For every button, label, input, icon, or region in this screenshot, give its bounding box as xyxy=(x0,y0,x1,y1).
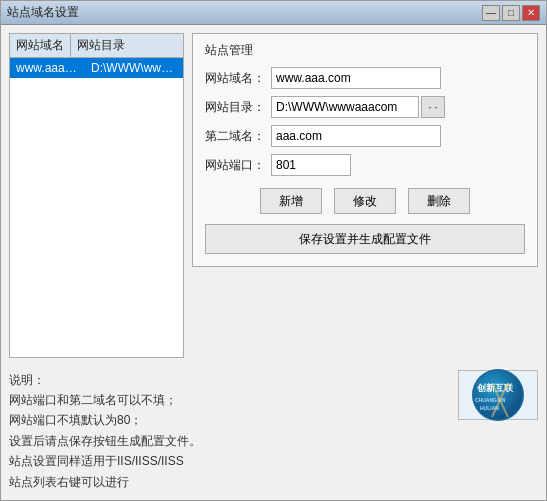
alt-domain-label: 第二域名： xyxy=(205,128,265,145)
group-label: 站点管理 xyxy=(205,42,525,59)
notes-text: 说明： 网站端口和第二域名可以不填； 网站端口不填默认为80； 设置后请点保存按… xyxy=(9,370,450,492)
maximize-button[interactable]: □ xyxy=(502,5,520,21)
site-list[interactable]: www.aaa.com D:\WWW\www... xyxy=(9,57,184,358)
list-item[interactable]: www.aaa.com D:\WWW\www... xyxy=(10,58,183,78)
content-area: 网站域名 网站目录 www.aaa.com D:\WWW\www... 站点管理… xyxy=(1,25,546,366)
notes-line-1: 网站端口不填默认为80； xyxy=(9,410,450,430)
left-panel: 网站域名 网站目录 www.aaa.com D:\WWW\www... xyxy=(9,33,184,358)
logo-area: 创新互联 CHUANGXIN HULIAN xyxy=(458,370,538,420)
logo-icon: 创新互联 CHUANGXIN HULIAN xyxy=(472,369,524,421)
dir-input-group: · · xyxy=(271,96,445,118)
port-input[interactable] xyxy=(271,154,351,176)
dir-input[interactable] xyxy=(271,96,419,118)
notes-line-3: 站点设置同样适用于IIS/IISS/IISS xyxy=(9,451,450,471)
save-button[interactable]: 保存设置并生成配置文件 xyxy=(205,224,525,254)
window-title: 站点域名设置 xyxy=(7,4,79,21)
alt-domain-input[interactable] xyxy=(271,125,441,147)
delete-button[interactable]: 删除 xyxy=(408,188,470,214)
notes-line-0: 网站端口和第二域名可以不填； xyxy=(9,390,450,410)
col-domain-header: 网站域名 xyxy=(10,34,71,57)
browse-button[interactable]: · · xyxy=(421,96,445,118)
logo-circle: 创新互联 CHUANGXIN HULIAN xyxy=(472,369,524,421)
main-window: 站点域名设置 — □ ✕ 网站域名 网站目录 www.aaa.com D:\WW… xyxy=(0,0,547,501)
domain-row: 网站域名： xyxy=(205,67,525,89)
add-button[interactable]: 新增 xyxy=(260,188,322,214)
site-management-group: 站点管理 网站域名： 网站目录： · · 第二域名： xyxy=(192,33,538,267)
alt-domain-row: 第二域名： xyxy=(205,125,525,147)
dir-label: 网站目录： xyxy=(205,99,265,116)
list-header: 网站域名 网站目录 xyxy=(9,33,184,57)
action-buttons: 新增 修改 删除 xyxy=(205,188,525,214)
port-row: 网站端口： xyxy=(205,154,525,176)
port-label: 网站端口： xyxy=(205,157,265,174)
notes-line-2: 设置后请点保存按钮生成配置文件。 xyxy=(9,431,450,451)
minimize-button[interactable]: — xyxy=(482,5,500,21)
title-bar: 站点域名设置 — □ ✕ xyxy=(1,1,546,25)
bottom-area: 说明： 网站端口和第二域名可以不填； 网站端口不填默认为80； 设置后请点保存按… xyxy=(1,366,546,500)
right-panel: 站点管理 网站域名： 网站目录： · · 第二域名： xyxy=(192,33,538,358)
domain-label: 网站域名： xyxy=(205,70,265,87)
title-buttons: — □ ✕ xyxy=(482,5,540,21)
notes-line-4: 站点列表右键可以进行 xyxy=(9,472,450,492)
modify-button[interactable]: 修改 xyxy=(334,188,396,214)
site-domain: www.aaa.com xyxy=(10,59,85,77)
site-dir: D:\WWW\www... xyxy=(85,59,183,77)
col-dir-header: 网站目录 xyxy=(71,34,131,57)
notes-title: 说明： xyxy=(9,370,450,390)
domain-input[interactable] xyxy=(271,67,441,89)
dir-row: 网站目录： · · xyxy=(205,96,525,118)
close-button[interactable]: ✕ xyxy=(522,5,540,21)
